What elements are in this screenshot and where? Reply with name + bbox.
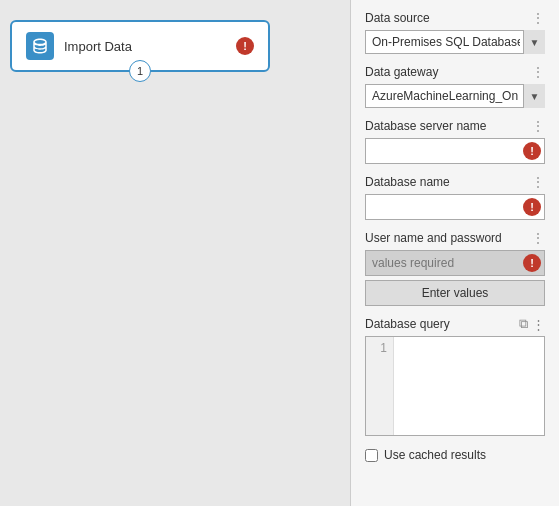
values-required-input[interactable]	[365, 250, 545, 276]
db-query-label-row: Database query ⧉ ⋮	[365, 316, 545, 332]
db-name-label-row: Database name ⋮	[365, 174, 545, 190]
user-password-error-icon: !	[523, 254, 541, 272]
db-query-copy-icon[interactable]: ⧉	[519, 316, 528, 332]
user-password-label: User name and password	[365, 231, 502, 245]
data-source-label-row: Data source ⋮	[365, 10, 545, 26]
db-query-group: Database query ⧉ ⋮ 1	[365, 316, 545, 436]
server-name-menu-icon[interactable]: ⋮	[531, 118, 545, 134]
line-number-1: 1	[372, 341, 387, 355]
db-query-label: Database query	[365, 317, 450, 331]
data-source-select-wrapper: On-Premises SQL Database ▼	[365, 30, 545, 54]
server-name-input[interactable]	[365, 138, 545, 164]
db-name-error-icon: !	[523, 198, 541, 216]
values-required-wrapper: !	[365, 250, 545, 276]
data-source-label: Data source	[365, 11, 430, 25]
data-source-group: Data source ⋮ On-Premises SQL Database ▼	[365, 10, 545, 54]
canvas-panel: Import Data ! 1	[0, 0, 350, 506]
db-query-menu-icon[interactable]: ⋮	[532, 317, 545, 332]
server-name-group: Database server name ⋮ !	[365, 118, 545, 164]
db-query-icons-group: ⧉ ⋮	[519, 316, 545, 332]
db-name-input[interactable]	[365, 194, 545, 220]
properties-panel: Data source ⋮ On-Premises SQL Database ▼…	[350, 0, 559, 506]
data-gateway-select-wrapper: AzureMachineLearning_On ▼	[365, 84, 545, 108]
data-gateway-label-row: Data gateway ⋮	[365, 64, 545, 80]
server-name-input-wrapper: !	[365, 138, 545, 164]
enter-values-button[interactable]: Enter values	[365, 280, 545, 306]
db-name-menu-icon[interactable]: ⋮	[531, 174, 545, 190]
server-name-error-icon: !	[523, 142, 541, 160]
query-content-area[interactable]	[394, 337, 544, 435]
user-password-menu-icon[interactable]: ⋮	[531, 230, 545, 246]
query-editor: 1	[365, 336, 545, 436]
node-title: Import Data	[64, 39, 226, 54]
user-password-label-row: User name and password ⋮	[365, 230, 545, 246]
server-name-label: Database server name	[365, 119, 486, 133]
db-name-label: Database name	[365, 175, 450, 189]
data-gateway-group: Data gateway ⋮ AzureMachineLearning_On ▼	[365, 64, 545, 108]
db-name-input-wrapper: !	[365, 194, 545, 220]
db-name-group: Database name ⋮ !	[365, 174, 545, 220]
import-data-node[interactable]: Import Data ! 1	[10, 20, 270, 72]
data-gateway-label: Data gateway	[365, 65, 438, 79]
user-password-group: User name and password ⋮ ! Enter values	[365, 230, 545, 306]
data-source-select[interactable]: On-Premises SQL Database	[365, 30, 545, 54]
node-error-badge: !	[236, 37, 254, 55]
database-icon	[31, 37, 49, 55]
cached-results-row: Use cached results	[365, 448, 545, 462]
data-gateway-menu-icon[interactable]: ⋮	[531, 64, 545, 80]
query-line-numbers: 1	[366, 337, 394, 435]
server-name-label-row: Database server name ⋮	[365, 118, 545, 134]
data-gateway-select[interactable]: AzureMachineLearning_On	[365, 84, 545, 108]
node-sequence-badge: 1	[129, 60, 151, 82]
cached-results-checkbox[interactable]	[365, 449, 378, 462]
node-icon	[26, 32, 54, 60]
cached-results-label: Use cached results	[384, 448, 486, 462]
data-source-menu-icon[interactable]: ⋮	[531, 10, 545, 26]
